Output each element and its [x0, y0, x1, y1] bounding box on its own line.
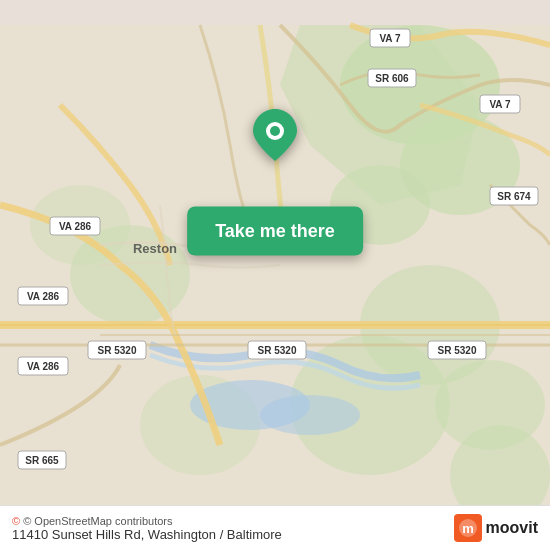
address-text: 11410 Sunset Hills Rd, Washington / Balt… — [12, 527, 282, 542]
bottom-bar: © © OpenStreetMap contributors 11410 Sun… — [0, 505, 550, 550]
moovit-icon: m — [454, 514, 482, 542]
svg-text:SR 5320: SR 5320 — [438, 345, 477, 356]
svg-text:VA 286: VA 286 — [27, 361, 60, 372]
moovit-logo: m moovit — [454, 514, 538, 542]
svg-text:SR 674: SR 674 — [497, 191, 531, 202]
svg-text:VA 286: VA 286 — [27, 291, 60, 302]
svg-text:SR 606: SR 606 — [375, 73, 409, 84]
svg-point-13 — [260, 395, 360, 435]
take-me-there-button[interactable]: Take me there — [187, 207, 363, 256]
svg-text:VA 286: VA 286 — [59, 221, 92, 232]
location-pin — [253, 109, 297, 165]
attribution-area: © © OpenStreetMap contributors 11410 Sun… — [12, 515, 282, 542]
svg-text:Reston: Reston — [133, 241, 177, 256]
svg-text:VA 7: VA 7 — [379, 33, 401, 44]
osm-text: © OpenStreetMap contributors — [23, 515, 172, 527]
map-background: VA 286 VA 286 VA 286 VA 7 VA 7 SR 606 SR… — [0, 0, 550, 550]
attribution-text: © © OpenStreetMap contributors — [12, 515, 282, 527]
svg-text:SR 5320: SR 5320 — [98, 345, 137, 356]
map-container: VA 286 VA 286 VA 286 VA 7 VA 7 SR 606 SR… — [0, 0, 550, 550]
svg-text:SR 665: SR 665 — [25, 455, 59, 466]
svg-text:VA 7: VA 7 — [489, 99, 511, 110]
moovit-text: moovit — [486, 519, 538, 537]
svg-text:m: m — [462, 521, 474, 536]
svg-point-42 — [270, 126, 280, 136]
copyright-symbol: © — [12, 515, 20, 527]
svg-text:SR 5320: SR 5320 — [258, 345, 297, 356]
